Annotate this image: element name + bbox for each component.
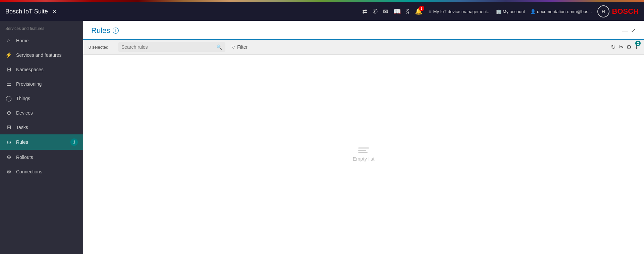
namespaces-icon: ⊞: [5, 66, 12, 73]
person-icon: 👤: [530, 9, 536, 14]
header-left: Bosch IoT Suite ✕: [5, 8, 57, 15]
sidebar-section-label: Services and features: [0, 21, 83, 34]
sidebar-item-label: Tasks: [16, 125, 28, 130]
app-header: Bosch IoT Suite ✕ ⇄ ✆ ✉ 📖 § 🔔 1 🖥 My IoT…: [0, 2, 644, 21]
header-right: ⇄ ✆ ✉ 📖 § 🔔 1 🖥 My IoT device management…: [362, 5, 639, 17]
email-icon[interactable]: ✉: [383, 8, 388, 15]
sidebar-item-devices[interactable]: ⊕ Devices: [0, 105, 83, 120]
empty-list-text: Empty list: [353, 156, 374, 162]
bosch-logo: H BOSCH: [597, 5, 639, 17]
sidebar-item-home[interactable]: ⌂ Home: [0, 34, 83, 48]
sidebar-item-label: Things: [16, 96, 30, 101]
sidebar-item-namespaces[interactable]: ⊞ Namespaces: [0, 62, 83, 77]
rules-badge: 1: [70, 138, 78, 146]
sidebar-item-rules[interactable]: ⊙ Rules 1: [0, 134, 83, 150]
my-account-button[interactable]: 🏢 My account: [496, 9, 525, 14]
empty-state: Empty list: [83, 55, 644, 254]
add-button[interactable]: + 2: [634, 43, 639, 51]
sidebar-item-rollouts[interactable]: ⊛ Rollouts: [0, 150, 83, 164]
services-icon: ⚡: [5, 52, 12, 58]
building-icon: 🏢: [496, 9, 501, 14]
empty-line-1: [358, 147, 369, 149]
settings-button[interactable]: ⚙: [626, 43, 632, 51]
sidebar-item-label: Rules: [16, 139, 28, 145]
devices-icon: ⊕: [5, 110, 12, 116]
sidebar-item-label: Services and features: [16, 52, 61, 58]
book-icon[interactable]: 📖: [393, 8, 401, 15]
empty-line-3: [358, 152, 368, 153]
things-icon: ◯: [5, 95, 12, 101]
empty-icon: [358, 147, 369, 153]
connections-icon: ⊗: [5, 168, 12, 175]
sidebar-item-label: Connections: [16, 169, 42, 174]
empty-line-2: [358, 150, 366, 151]
main-content: Rules i — ⤢ 0 selected 🔍 ▽ Filter ↻ ✂ ⚙: [83, 21, 644, 254]
rollouts-icon: ⊛: [5, 154, 12, 160]
iot-icon: 🖥: [428, 9, 432, 14]
phone-icon[interactable]: ✆: [373, 8, 378, 15]
sidebar-item-provisioning[interactable]: ☰ Provisioning: [0, 77, 83, 91]
provisioning-icon: ☰: [5, 81, 12, 87]
user-account-button[interactable]: 👤 documentation-qmm@bos...: [530, 9, 592, 14]
dollar-icon[interactable]: §: [406, 8, 410, 15]
sidebar-item-things[interactable]: ◯ Things: [0, 91, 83, 105]
toolbar-right: ↻ ✂ ⚙ + 2: [611, 43, 639, 51]
sidebar-item-connections[interactable]: ⊗ Connections: [0, 164, 83, 179]
expand-button[interactable]: ⤢: [631, 27, 636, 34]
sidebar-item-label: Rollouts: [16, 155, 33, 160]
home-icon: ⌂: [5, 38, 12, 44]
search-input[interactable]: [121, 44, 214, 50]
bosch-logo-circle: H: [597, 5, 609, 17]
info-icon[interactable]: i: [113, 28, 119, 34]
search-box: 🔍: [118, 42, 225, 52]
selected-count: 0 selected: [89, 45, 115, 50]
rules-icon: ⊙: [5, 139, 12, 145]
sidebar-item-label: Provisioning: [16, 81, 42, 87]
empty-lines: [358, 147, 369, 153]
refresh-button[interactable]: ↻: [611, 43, 616, 51]
sidebar-item-label: Namespaces: [16, 67, 44, 72]
sidebar-item-tasks[interactable]: ⊟ Tasks: [0, 120, 83, 134]
app-title: Bosch IoT Suite: [5, 8, 48, 15]
scissors-button[interactable]: ✂: [619, 43, 624, 51]
notification-icon[interactable]: 🔔 1: [415, 8, 422, 15]
content-header: Rules i — ⤢: [83, 21, 644, 40]
share-icon[interactable]: ⇄: [362, 8, 367, 15]
my-iot-device-button[interactable]: 🖥 My IoT device management...: [428, 9, 491, 14]
add-badge: 2: [635, 41, 641, 46]
search-icon: 🔍: [216, 44, 222, 50]
notification-badge: 1: [419, 6, 424, 11]
content-header-right: — ⤢: [622, 27, 636, 38]
close-sidebar-button[interactable]: ✕: [52, 8, 57, 15]
sidebar-item-label: Home: [16, 38, 29, 43]
main-layout: Services and features ⌂ Home ⚡ Services …: [0, 21, 644, 254]
filter-icon: ▽: [231, 44, 235, 50]
content-title: Rules i: [91, 26, 119, 39]
toolbar: 0 selected 🔍 ▽ Filter ↻ ✂ ⚙ + 2: [83, 40, 644, 55]
sidebar-item-label: Devices: [16, 110, 33, 116]
sidebar-item-services[interactable]: ⚡ Services and features: [0, 48, 83, 62]
filter-button[interactable]: ▽ Filter: [228, 42, 251, 52]
minimize-button[interactable]: —: [622, 27, 628, 34]
tasks-icon: ⊟: [5, 124, 12, 130]
sidebar: Services and features ⌂ Home ⚡ Services …: [0, 21, 83, 254]
